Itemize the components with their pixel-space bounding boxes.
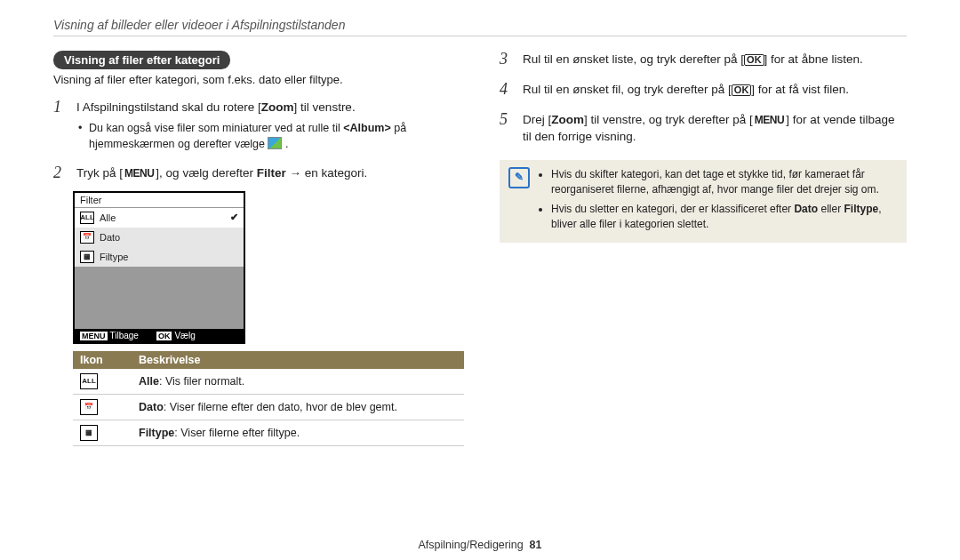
table-row: ▦ Filtype: Viser filerne efter filtype.	[73, 420, 464, 445]
table-row: ALL Alle: Vis filer normalt.	[73, 369, 464, 395]
date-icon: 📅	[80, 399, 98, 415]
camera-title: Filter	[75, 193, 244, 208]
camera-screenshot: Filter ALL Alle ✔ 📅 Dato ▦ Filtype	[73, 191, 245, 344]
filetype-icon: ▦	[80, 251, 94, 263]
icon-description-table: Ikon Beskrivelse ALL Alle: Vis filer nor…	[73, 351, 464, 446]
note-item: Hvis du skifter kategori, kan det tage e…	[551, 167, 898, 198]
section-subtext: Visning af filer efter kategori, som f.e…	[53, 73, 464, 86]
note-box: ✎ Hvis du skifter kategori, kan det tage…	[500, 160, 907, 244]
page-footer: Afspilning/Redigering 81	[53, 523, 907, 560]
right-column: 3 Rul til en ønsket liste, og tryk deref…	[500, 51, 907, 523]
menu-key-icon: MENU	[753, 113, 786, 128]
filetype-icon: ▦	[80, 425, 98, 441]
check-icon: ✔	[230, 212, 238, 223]
date-icon: 📅	[80, 231, 94, 244]
camera-item-dato: 📅 Dato	[75, 228, 244, 247]
menu-key-icon: MENU	[123, 166, 156, 181]
album-thumb-icon	[268, 137, 282, 149]
all-icon: ALL	[80, 373, 98, 389]
camera-item-filtype: ▦ Filtype	[75, 247, 244, 267]
step-5: 5 Drej [Zoom] til venstre, og tryk deref…	[500, 111, 907, 146]
step-number: 1	[53, 99, 69, 116]
th-icon: Ikon	[73, 351, 132, 369]
th-desc: Beskrivelse	[132, 351, 464, 369]
step-1: 1 I Afspilningstilstand skal du rotere […	[53, 99, 464, 152]
sub-bullet: Du kan også vise filer som miniaturer ve…	[76, 120, 464, 152]
breadcrumb: Visning af billeder eller videoer i Afsp…	[53, 18, 907, 36]
ok-key-icon: OK	[744, 54, 764, 66]
ok-key-icon: OK	[732, 84, 752, 96]
left-column: Visning af filer efter kategori Visning …	[53, 51, 464, 523]
step-4: 4 Rul til en ønsket fil, og tryk derefte…	[500, 81, 907, 99]
info-icon: ✎	[508, 167, 530, 188]
note-item: Hvis du sletter en kategori, der er klas…	[551, 202, 898, 233]
all-icon: ALL	[80, 212, 94, 224]
step-3: 3 Rul til en ønsket liste, og tryk deref…	[500, 51, 907, 68]
section-pill: Visning af filer efter kategori	[53, 51, 230, 69]
step-2: 2 Tryk på [MENU], og vælg derefter Filte…	[53, 164, 464, 182]
camera-item-alle: ALL Alle ✔	[75, 208, 244, 228]
table-row: 📅 Dato: Viser filerne efter den dato, hv…	[73, 394, 464, 420]
step-number: 2	[53, 164, 69, 182]
